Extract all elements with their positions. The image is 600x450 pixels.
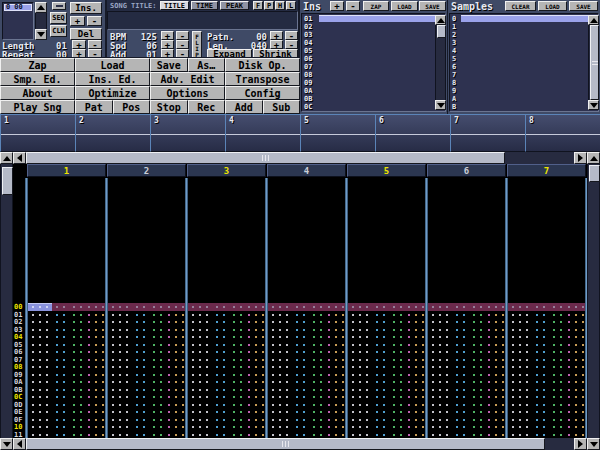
- order-tiny-button[interactable]: [52, 2, 66, 10]
- pattern-cell[interactable]: [512, 314, 514, 316]
- hscroll-top-left[interactable]: [13, 152, 26, 164]
- instrument-row[interactable]: 01: [303, 15, 435, 23]
- tab-title[interactable]: TITLE: [160, 1, 189, 10]
- pattern-cell[interactable]: [32, 329, 34, 331]
- main-button-pos[interactable]: Pos: [113, 100, 151, 114]
- channel-header-6[interactable]: 6: [427, 164, 506, 177]
- main-button-adv-edit[interactable]: Adv. Edit: [150, 72, 225, 86]
- main-button-stop[interactable]: Stop: [150, 100, 188, 114]
- pattern-cell[interactable]: [192, 344, 194, 346]
- pattern-cell[interactable]: [32, 366, 34, 368]
- ins-scroll-down[interactable]: [435, 100, 446, 110]
- pattern-cell[interactable]: [272, 426, 274, 428]
- instrument-row[interactable]: 0B: [303, 95, 435, 103]
- ins-minus-button[interactable]: -: [346, 1, 360, 11]
- hscroll-top-thumb[interactable]: [26, 152, 505, 164]
- sample-row[interactable]: 8: [451, 79, 588, 87]
- main-button-disk-op[interactable]: Disk Op.: [225, 58, 300, 72]
- ins-load-button[interactable]: LOAD: [391, 1, 418, 11]
- pattern-cell[interactable]: [32, 336, 34, 338]
- bpm-minus-button[interactable]: -: [176, 31, 189, 40]
- pattern-vscroll-right-thumb[interactable]: [589, 165, 600, 182]
- pattern-cell[interactable]: [352, 374, 354, 376]
- pattern-cell[interactable]: [272, 396, 274, 398]
- main-button-rec[interactable]: Rec: [188, 100, 226, 114]
- pattern-cell[interactable]: [432, 344, 434, 346]
- pattern-cell[interactable]: [432, 411, 434, 413]
- sample-row[interactable]: 6: [451, 63, 588, 71]
- pattern-cell[interactable]: [112, 344, 114, 346]
- pattern-cell[interactable]: [112, 351, 114, 353]
- instrument-row[interactable]: 09: [303, 79, 435, 87]
- length-plus-button[interactable]: +: [72, 40, 86, 49]
- pattern-cell[interactable]: [512, 329, 514, 331]
- channel-header-3[interactable]: 3: [187, 164, 266, 177]
- tab-time[interactable]: TIME: [191, 1, 218, 10]
- samples-scroll-up[interactable]: [588, 15, 599, 25]
- pattern-cell[interactable]: [32, 426, 34, 428]
- pattern-cell[interactable]: [32, 359, 34, 361]
- pattern-cell[interactable]: [192, 359, 194, 361]
- instrument-row[interactable]: 06: [303, 55, 435, 63]
- pattern-vscroll-left-up[interactable]: [0, 152, 13, 164]
- pattern-cell[interactable]: [432, 306, 434, 308]
- order-insert-button[interactable]: Ins.: [70, 2, 102, 14]
- sample-row[interactable]: 1: [451, 23, 588, 31]
- hscroll-bottom-thumb[interactable]: [26, 438, 545, 450]
- pattern-cell[interactable]: [512, 426, 514, 428]
- main-button-as[interactable]: As…: [188, 58, 226, 72]
- pattern-body[interactable]: 000102030405060708090A0B0C0D0E0F1011: [13, 178, 587, 438]
- pattern-vscroll-right-up[interactable]: [587, 152, 600, 164]
- pattern-cell[interactable]: [192, 321, 194, 323]
- patn-plus-button[interactable]: +: [270, 31, 283, 40]
- pattern-cell[interactable]: [32, 306, 34, 308]
- pattern-cell[interactable]: [512, 419, 514, 421]
- pattern-cell[interactable]: [432, 404, 434, 406]
- instrument-row[interactable]: 0C: [303, 103, 435, 111]
- pattern-cell[interactable]: [112, 411, 114, 413]
- sample-row[interactable]: A: [451, 95, 588, 103]
- pattern-cell[interactable]: [272, 419, 274, 421]
- pattern-cell[interactable]: [192, 389, 194, 391]
- len-minus-button[interactable]: -: [285, 40, 298, 49]
- order-scroll-up[interactable]: [35, 2, 47, 13]
- pattern-cell[interactable]: [432, 426, 434, 428]
- samples-scroll-down[interactable]: [588, 100, 599, 110]
- mini-p-button[interactable]: P: [264, 1, 274, 10]
- channel-header-1[interactable]: 1: [27, 164, 106, 177]
- samples-load-button[interactable]: LOAD: [538, 1, 567, 11]
- pattern-cell[interactable]: [272, 366, 274, 368]
- instrument-row[interactable]: 05: [303, 47, 435, 55]
- pattern-cell[interactable]: [432, 366, 434, 368]
- main-button-pat[interactable]: Pat: [75, 100, 113, 114]
- scope-channel-4[interactable]: 4: [225, 114, 300, 152]
- song-title-field[interactable]: [107, 11, 298, 30]
- pattern-cell[interactable]: [192, 426, 194, 428]
- pattern-cell[interactable]: [112, 366, 114, 368]
- pattern-cell[interactable]: [192, 351, 194, 353]
- pattern-cursor[interactable]: [27, 303, 52, 311]
- pattern-cell[interactable]: [512, 374, 514, 376]
- tab-peak[interactable]: PEAK: [220, 1, 249, 10]
- order-scroll-track[interactable]: [35, 13, 47, 29]
- pattern-cell[interactable]: [272, 321, 274, 323]
- pattern-cell[interactable]: [352, 351, 354, 353]
- pattern-cell[interactable]: [192, 336, 194, 338]
- pattern-vscroll-left-thumb[interactable]: [2, 167, 13, 195]
- main-button-config[interactable]: Config: [225, 86, 300, 100]
- sample-row[interactable]: 7: [451, 71, 588, 79]
- pattern-cell[interactable]: [32, 351, 34, 353]
- pattern-cell[interactable]: [272, 389, 274, 391]
- ins-zap-button[interactable]: ZAP: [363, 1, 389, 11]
- pattern-cell[interactable]: [112, 359, 114, 361]
- ins-plus-button[interactable]: +: [330, 1, 344, 11]
- instrument-row[interactable]: 08: [303, 71, 435, 79]
- order-scroll-down[interactable]: [35, 29, 47, 40]
- pattern-cell[interactable]: [112, 404, 114, 406]
- pattern-cell[interactable]: [192, 419, 194, 421]
- pattern-cell[interactable]: [512, 336, 514, 338]
- pattern-cell[interactable]: [32, 419, 34, 421]
- scope-channel-7[interactable]: 7: [450, 114, 525, 152]
- order-selected-row[interactable]: 0 00: [4, 4, 32, 11]
- pattern-cell[interactable]: [192, 434, 194, 436]
